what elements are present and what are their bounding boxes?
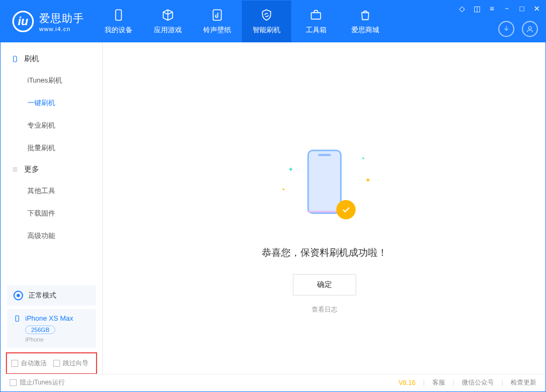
briefcase-icon xyxy=(309,8,323,22)
nav-my-device[interactable]: 我的设备 xyxy=(94,1,143,42)
sidebar-item-pro-flash[interactable]: 专业刷机 xyxy=(1,114,102,137)
device-type: iPhone xyxy=(25,336,90,343)
svg-rect-0 xyxy=(116,10,122,20)
success-message: 恭喜您，保资料刷机成功啦！ xyxy=(262,246,387,259)
title-bar: iu 爱思助手 www.i4.cn 我的设备 应用游戏 铃声壁纸 智能刷机 工具… xyxy=(1,1,545,42)
device-icon xyxy=(112,8,126,22)
version-label: V8.16 xyxy=(399,379,415,387)
phone-icon xyxy=(11,55,19,63)
list-icon xyxy=(11,166,19,173)
footer-link-support[interactable]: 客服 xyxy=(432,378,445,387)
svg-rect-2 xyxy=(311,13,320,19)
phone-small-icon xyxy=(13,315,21,322)
svg-rect-4 xyxy=(13,56,17,62)
logo-icon: iu xyxy=(12,11,34,32)
ok-button[interactable]: 确定 xyxy=(293,274,356,295)
check-badge-icon xyxy=(336,200,356,219)
footer-link-wechat[interactable]: 微信公众号 xyxy=(462,378,494,387)
device-card[interactable]: iPhone XS Max 256GB iPhone xyxy=(7,309,96,348)
account-button[interactable] xyxy=(522,21,538,37)
app-url: www.i4.cn xyxy=(39,26,84,32)
nav-apps-games[interactable]: 应用游戏 xyxy=(143,1,193,42)
footer-link-update[interactable]: 检查更新 xyxy=(511,378,536,387)
phone-illustration: ✦✦ ✦✦ xyxy=(298,150,351,230)
window-controls: ◇ ◫ ≡ － □ ✕ xyxy=(458,4,541,13)
menu-icon[interactable]: ≡ xyxy=(488,4,496,13)
device-capacity: 256GB xyxy=(25,326,55,334)
minimize-button[interactable]: － xyxy=(503,4,511,13)
mode-label: 正常模式 xyxy=(28,291,56,300)
status-bar: 阻止iTunes运行 V8.16 | 客服 | 微信公众号 | 检查更新 xyxy=(1,374,545,391)
theme-icon[interactable]: ◇ xyxy=(458,4,466,13)
mode-card[interactable]: 正常模式 xyxy=(7,285,96,306)
sidebar-group-flash: 刷机 xyxy=(1,49,102,69)
sidebar-item-other-tools[interactable]: 其他工具 xyxy=(1,180,102,202)
skip-guide-checkbox[interactable]: 跳过向导 xyxy=(53,359,88,368)
nav-store[interactable]: 爱思商城 xyxy=(341,1,390,42)
cube-icon xyxy=(161,8,175,22)
auto-activate-checkbox[interactable]: 自动激活 xyxy=(11,359,47,368)
svg-point-3 xyxy=(528,26,531,29)
svg-rect-1 xyxy=(213,10,221,20)
flash-options-box: 自动激活 跳过向导 xyxy=(6,352,97,374)
success-panel: ✦✦ ✦✦ 恭喜您，保资料刷机成功啦！ 确定 查看日志 xyxy=(262,150,387,314)
sidebar-item-download-firmware[interactable]: 下载固件 xyxy=(1,202,102,225)
sidebar: 刷机 iTunes刷机 一键刷机 专业刷机 批量刷机 更多 其他工具 下载固件 … xyxy=(1,42,103,374)
mode-dot-icon xyxy=(13,291,23,300)
block-itunes-checkbox[interactable]: 阻止iTunes运行 xyxy=(10,378,65,387)
svg-rect-5 xyxy=(16,315,19,321)
sidebar-group-more: 更多 xyxy=(1,159,102,180)
maximize-button[interactable]: □ xyxy=(518,4,526,13)
view-log-link[interactable]: 查看日志 xyxy=(262,305,387,314)
skin-icon[interactable]: ◫ xyxy=(473,4,481,13)
top-nav: 我的设备 应用游戏 铃声壁纸 智能刷机 工具箱 爱思商城 xyxy=(94,1,390,42)
nav-smart-flash[interactable]: 智能刷机 xyxy=(242,1,291,42)
close-button[interactable]: ✕ xyxy=(533,4,541,13)
device-name: iPhone XS Max xyxy=(25,314,73,322)
header-right-actions xyxy=(498,21,538,37)
sidebar-item-itunes-flash[interactable]: iTunes刷机 xyxy=(1,69,102,92)
app-logo: iu 爱思助手 www.i4.cn xyxy=(1,1,94,42)
nav-ringtones[interactable]: 铃声壁纸 xyxy=(193,1,242,42)
music-file-icon xyxy=(210,8,224,22)
sidebar-item-advanced[interactable]: 高级功能 xyxy=(1,225,102,247)
nav-toolbox[interactable]: 工具箱 xyxy=(291,1,341,42)
bag-icon xyxy=(358,8,372,22)
main-content: ✦✦ ✦✦ 恭喜您，保资料刷机成功啦！ 确定 查看日志 xyxy=(103,42,545,374)
app-title: 爱思助手 xyxy=(39,11,84,26)
shield-sync-icon xyxy=(260,8,274,22)
sidebar-item-batch-flash[interactable]: 批量刷机 xyxy=(1,137,102,159)
sidebar-item-onekey-flash[interactable]: 一键刷机 xyxy=(1,92,102,114)
download-button[interactable] xyxy=(498,21,514,37)
